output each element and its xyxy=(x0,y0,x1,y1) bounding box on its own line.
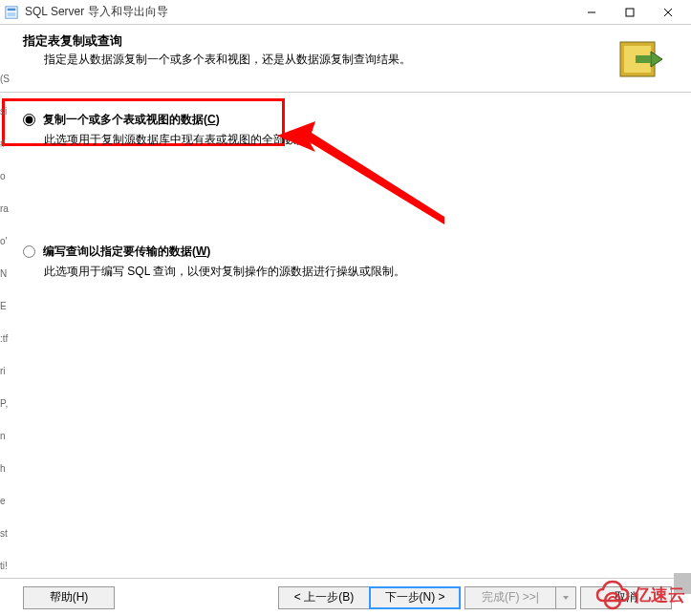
background-window-edge: (S si # o ra o' N E :tf ri P, n h e st t… xyxy=(0,25,10,578)
next-button[interactable]: 下一步(N) > xyxy=(369,586,461,609)
svg-rect-4 xyxy=(626,9,634,16)
watermark-cloud-icon xyxy=(594,578,632,612)
help-button[interactable]: 帮助(H) xyxy=(23,586,115,609)
wizard-header: 指定表复制或查询 指定是从数据源复制一个或多个表和视图，还是从数据源复制查询结果… xyxy=(0,25,691,93)
finish-dropdown-button xyxy=(555,586,576,609)
svg-rect-1 xyxy=(8,8,16,11)
svg-rect-2 xyxy=(8,12,16,16)
wizard-content: 复制一个或多个表或视图的数据(C) 此选项用于复制源数据库中现有表或视图的全部数… xyxy=(0,93,691,576)
window-title: SQL Server 导入和导出向导 xyxy=(25,4,572,20)
finish-button: 完成(F) >>| xyxy=(464,586,556,609)
watermark-text: 亿速云 xyxy=(634,584,685,606)
svg-marker-12 xyxy=(563,596,569,600)
titlebar: SQL Server 导入和导出向导 xyxy=(0,0,691,25)
watermark: 亿速云 xyxy=(594,578,685,612)
close-button[interactable] xyxy=(649,1,687,24)
option-write-query: 编写查询以指定要传输的数据(W) 此选项用于编写 SQL 查询，以便对复制操作的… xyxy=(23,244,668,280)
option-query-label[interactable]: 编写查询以指定要传输的数据(W) xyxy=(43,244,210,260)
option-copy-label[interactable]: 复制一个或多个表或视图的数据(C) xyxy=(43,112,220,128)
radio-write-query[interactable] xyxy=(23,245,35,258)
radio-copy-tables[interactable] xyxy=(23,114,35,126)
app-icon xyxy=(4,5,19,20)
page-title: 指定表复制或查询 xyxy=(23,32,607,50)
window-controls xyxy=(572,1,687,24)
back-button[interactable]: < 上一步(B) xyxy=(278,586,370,609)
option-copy-tables: 复制一个或多个表或视图的数据(C) 此选项用于复制源数据库中现有表或视图的全部数… xyxy=(23,112,668,148)
option-copy-description: 此选项用于复制源数据库中现有表或视图的全部数据。 xyxy=(44,132,668,148)
wizard-icon xyxy=(615,32,668,86)
maximize-button[interactable] xyxy=(611,1,649,24)
wizard-footer: 帮助(H) < 上一步(B) 下一步(N) > 完成(F) >>| 取消 xyxy=(0,578,691,616)
minimize-button[interactable] xyxy=(572,1,611,24)
header-text-block: 指定表复制或查询 指定是从数据源复制一个或多个表和视图，还是从数据源复制查询结果… xyxy=(23,32,607,68)
svg-marker-9 xyxy=(651,52,662,67)
svg-rect-10 xyxy=(636,55,651,63)
page-subtitle: 指定是从数据源复制一个或多个表和视图，还是从数据源复制查询结果。 xyxy=(23,52,607,68)
option-query-description: 此选项用于编写 SQL 查询，以便对复制操作的源数据进行操纵或限制。 xyxy=(44,264,668,280)
